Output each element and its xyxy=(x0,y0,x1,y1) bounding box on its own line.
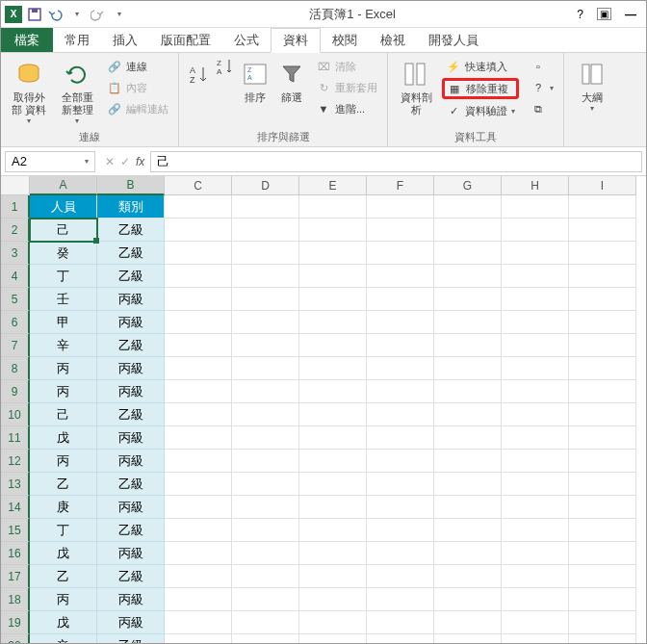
tab-檢視[interactable]: 檢視 xyxy=(369,28,417,52)
cell-G1[interactable] xyxy=(434,195,502,219)
col-header-F[interactable]: F xyxy=(367,176,434,195)
cell-D8[interactable] xyxy=(232,357,299,380)
cell-I2[interactable] xyxy=(569,219,636,242)
cell-F10[interactable] xyxy=(367,403,434,426)
minimize-icon[interactable]: — xyxy=(625,8,636,21)
refresh-all-button[interactable]: 全部重新整理 ▾ xyxy=(55,57,99,127)
cell-G13[interactable] xyxy=(434,473,502,496)
whatif-button[interactable]: ?▾ xyxy=(527,78,557,97)
cell-B8[interactable]: 丙級 xyxy=(97,357,165,380)
cell-G16[interactable] xyxy=(434,542,502,565)
cell-B20[interactable]: 乙級 xyxy=(97,634,165,644)
cell-D6[interactable] xyxy=(232,311,299,334)
cell-A20[interactable]: 辛 xyxy=(30,634,97,644)
cell-G7[interactable] xyxy=(434,334,502,357)
cell-D7[interactable] xyxy=(232,334,299,357)
cell-B11[interactable]: 丙級 xyxy=(97,426,165,450)
cell-E17[interactable] xyxy=(299,565,367,588)
row-header-1[interactable]: 1 xyxy=(1,195,30,219)
cell-H12[interactable] xyxy=(502,450,569,473)
row-header-3[interactable]: 3 xyxy=(1,242,30,265)
cell-B13[interactable]: 乙級 xyxy=(97,473,165,496)
remove-duplicates-button[interactable]: ▦移除重複 xyxy=(442,78,519,99)
cell-D19[interactable] xyxy=(232,611,299,634)
cell-G11[interactable] xyxy=(434,426,502,450)
cell-C6[interactable] xyxy=(165,311,232,334)
cell-E8[interactable] xyxy=(299,357,367,380)
cell-C5[interactable] xyxy=(165,288,232,311)
cell-A12[interactable]: 丙 xyxy=(30,450,97,473)
cell-G10[interactable] xyxy=(434,403,502,426)
cell-B5[interactable]: 丙級 xyxy=(97,288,165,311)
cell-I4[interactable] xyxy=(569,265,636,288)
cell-C4[interactable] xyxy=(165,265,232,288)
row-header-2[interactable]: 2 xyxy=(1,219,30,242)
cell-E13[interactable] xyxy=(299,473,367,496)
row-header-8[interactable]: 8 xyxy=(1,357,30,380)
cell-E20[interactable] xyxy=(299,634,367,644)
qat-customize[interactable]: ▾ xyxy=(111,6,128,23)
cell-F11[interactable] xyxy=(367,426,434,450)
cell-H17[interactable] xyxy=(502,565,569,588)
cell-A1[interactable]: 人員 xyxy=(30,195,97,219)
cell-C13[interactable] xyxy=(165,473,232,496)
row-header-13[interactable]: 13 xyxy=(1,473,30,496)
cell-C7[interactable] xyxy=(165,334,232,357)
row-header-17[interactable]: 17 xyxy=(1,565,30,588)
cell-C8[interactable] xyxy=(165,357,232,380)
cell-F17[interactable] xyxy=(367,565,434,588)
cell-H5[interactable] xyxy=(502,288,569,311)
sort-button[interactable]: ZA 排序 xyxy=(239,57,272,106)
cell-F9[interactable] xyxy=(367,380,434,403)
cell-E3[interactable] xyxy=(299,242,367,265)
cell-A15[interactable]: 丁 xyxy=(30,519,97,542)
cell-E18[interactable] xyxy=(299,588,367,611)
cell-C16[interactable] xyxy=(165,542,232,565)
cell-C18[interactable] xyxy=(165,588,232,611)
cell-B7[interactable]: 乙級 xyxy=(97,334,165,357)
cell-G9[interactable] xyxy=(434,380,502,403)
cell-C3[interactable] xyxy=(165,242,232,265)
cell-E9[interactable] xyxy=(299,380,367,403)
cell-D20[interactable] xyxy=(232,634,299,644)
cell-D11[interactable] xyxy=(232,426,299,450)
cell-E16[interactable] xyxy=(299,542,367,565)
cell-B1[interactable]: 類別 xyxy=(97,195,165,219)
cell-D12[interactable] xyxy=(232,450,299,473)
cell-C15[interactable] xyxy=(165,519,232,542)
col-header-A[interactable]: A xyxy=(30,176,97,195)
undo-icon[interactable] xyxy=(47,6,65,23)
cell-A17[interactable]: 乙 xyxy=(30,565,97,588)
row-header-6[interactable]: 6 xyxy=(1,311,30,334)
tab-常用[interactable]: 常用 xyxy=(53,28,101,52)
cell-C20[interactable] xyxy=(165,634,232,644)
cell-A13[interactable]: 乙 xyxy=(30,473,97,496)
cell-H9[interactable] xyxy=(502,380,569,403)
excel-logo[interactable]: X xyxy=(5,6,22,23)
row-header-16[interactable]: 16 xyxy=(1,542,30,565)
tab-插入[interactable]: 插入 xyxy=(101,28,149,52)
cell-A16[interactable]: 戊 xyxy=(30,542,97,565)
cell-I15[interactable] xyxy=(569,519,636,542)
cell-G17[interactable] xyxy=(434,565,502,588)
row-header-11[interactable]: 11 xyxy=(1,426,30,450)
name-box-dropdown[interactable]: ▾ xyxy=(85,157,89,166)
cell-C14[interactable] xyxy=(165,496,232,519)
col-header-I[interactable]: I xyxy=(569,176,636,195)
flash-fill-button[interactable]: ⚡快速填入 xyxy=(442,57,519,76)
cell-E5[interactable] xyxy=(299,288,367,311)
cell-D4[interactable] xyxy=(232,265,299,288)
cell-G2[interactable] xyxy=(434,219,502,242)
tab-資料[interactable]: 資料 xyxy=(271,28,321,53)
cell-C9[interactable] xyxy=(165,380,232,403)
cell-I18[interactable] xyxy=(569,588,636,611)
cell-E15[interactable] xyxy=(299,519,367,542)
cell-H20[interactable] xyxy=(502,634,569,644)
cell-A9[interactable]: 丙 xyxy=(30,380,97,403)
cell-G6[interactable] xyxy=(434,311,502,334)
cell-F4[interactable] xyxy=(367,265,434,288)
cell-B18[interactable]: 丙級 xyxy=(97,588,165,611)
cell-I20[interactable] xyxy=(569,634,636,644)
cell-I19[interactable] xyxy=(569,611,636,634)
cell-F1[interactable] xyxy=(367,195,434,219)
